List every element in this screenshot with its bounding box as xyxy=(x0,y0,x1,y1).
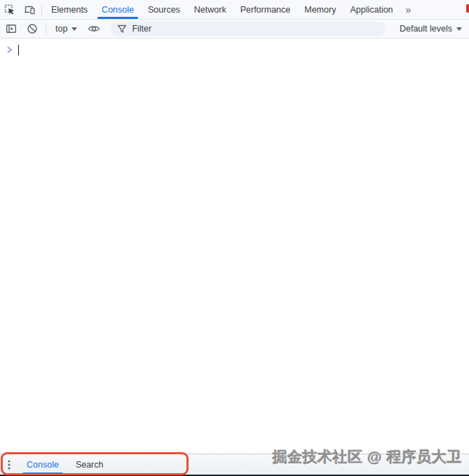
tab-memory[interactable]: Memory xyxy=(297,0,343,19)
prompt-chevron-icon xyxy=(5,45,15,55)
tab-performance[interactable]: Performance xyxy=(233,0,298,19)
tab-label: Elements xyxy=(51,5,88,15)
tab-label: Console xyxy=(102,5,134,15)
tab-application[interactable]: Application xyxy=(343,0,400,19)
text-cursor xyxy=(18,45,19,55)
tab-sources[interactable]: Sources xyxy=(141,0,187,19)
tab-label: Sources xyxy=(148,5,180,15)
device-toolbar-button[interactable] xyxy=(20,0,39,19)
tab-label: Memory xyxy=(304,5,336,15)
log-levels-label: Default levels xyxy=(400,24,452,34)
drawer-tabbar: Console Search xyxy=(0,454,469,475)
chevron-down-icon xyxy=(72,27,77,31)
console-prompt-row[interactable] xyxy=(0,39,469,57)
tab-label: Application xyxy=(350,5,393,15)
log-levels-dropdown[interactable]: Default levels xyxy=(394,24,463,34)
toolbar-divider xyxy=(41,4,42,15)
toolbar-divider xyxy=(46,23,46,34)
drawer-tab-console[interactable]: Console xyxy=(18,454,67,475)
inspect-cursor-icon xyxy=(4,4,15,15)
drawer-tab-search[interactable]: Search xyxy=(67,454,112,475)
devtools-window: Elements Console Sources Network Perform… xyxy=(0,0,469,476)
panel-tabs: Elements Console Sources Network Perform… xyxy=(44,0,400,19)
console-sidebar-button[interactable] xyxy=(1,23,21,34)
tab-network[interactable]: Network xyxy=(187,0,233,19)
tab-elements[interactable]: Elements xyxy=(44,0,95,19)
filter-funnel-icon xyxy=(117,24,127,34)
tab-label: Performance xyxy=(240,5,291,15)
kebab-menu-icon xyxy=(8,459,11,470)
filter-input[interactable] xyxy=(132,24,379,34)
live-expression-button[interactable] xyxy=(84,22,104,35)
eye-icon xyxy=(88,22,100,35)
main-tabbar: Elements Console Sources Network Perform… xyxy=(0,0,469,20)
console-sidebar-icon xyxy=(6,23,17,34)
error-badge xyxy=(466,4,469,13)
more-tabs-button[interactable]: » xyxy=(400,0,416,19)
double-chevron-icon: » xyxy=(406,4,411,15)
drawer-menu-button[interactable] xyxy=(0,454,18,475)
filter-box[interactable] xyxy=(111,22,386,36)
tab-console[interactable]: Console xyxy=(95,0,141,19)
clear-console-button[interactable] xyxy=(22,23,42,34)
device-toolbar-icon xyxy=(24,4,35,15)
drawer-tab-label: Search xyxy=(76,460,104,470)
console-toolbar: top Default levels xyxy=(0,20,469,39)
tab-label: Network xyxy=(194,5,226,15)
console-messages-area[interactable] xyxy=(0,39,469,454)
block-icon xyxy=(27,23,38,34)
context-selector-dropdown[interactable]: top xyxy=(50,24,83,34)
chevron-down-icon xyxy=(456,27,462,31)
inspect-element-button[interactable] xyxy=(0,0,20,19)
context-selector-label: top xyxy=(55,24,67,34)
drawer-tab-label: Console xyxy=(27,460,59,470)
